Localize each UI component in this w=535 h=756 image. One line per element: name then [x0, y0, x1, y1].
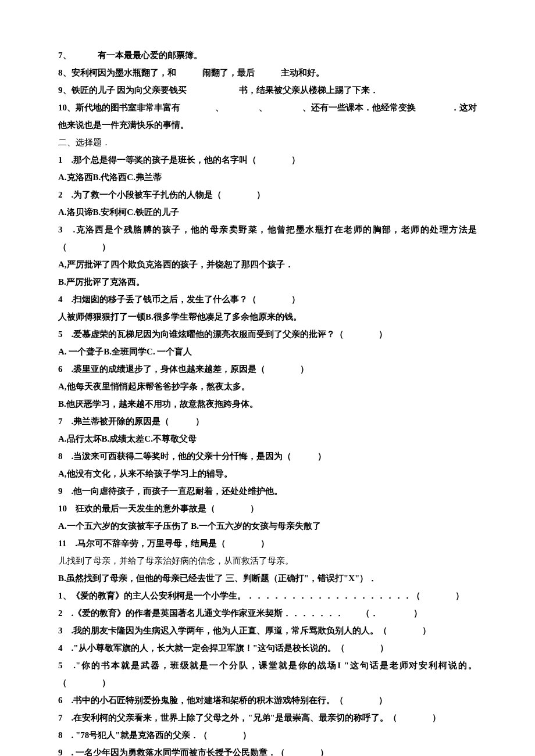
- mc-q5-opts: A. 一个聋子B.全班同学C. 一个盲人: [58, 343, 477, 360]
- mc-q1: 1 .那个总是得一等奖的孩子是班长，他的名字叫（ ）: [58, 151, 477, 169]
- mc-q3-optB: B.严厉批评了克洛西。: [58, 273, 477, 291]
- judge-q6: 6 .书中的小石匠特别爱扮鬼脸，他对建塔和架桥的积木游戏特别在行。（ ）: [58, 691, 477, 709]
- mc-q9: 9 .他一向虐待孩子，而孩子一直忍耐着，还处处维护他。: [58, 482, 477, 500]
- fill-q9: 9、铁匠的儿子 因为向父亲要钱买 书，结果被父亲从楼梯上踢了下来．: [58, 81, 477, 99]
- fill-q8: 8、安利柯因为墨水瓶翻了，和 闹翻了，最后 主动和好。: [58, 64, 477, 81]
- mc-q10-opts: A.一个五六岁的女孩被车子压伤了 B.一个五六岁的女孩与母亲失散了: [58, 517, 477, 535]
- mc-q6-optB: B.他厌恶学习，越来越不用功，故意熬夜拖跨身体。: [58, 395, 477, 413]
- judge-q8: 8 . "78号犯人"就是克洛西的父亲．（ ）: [58, 726, 477, 744]
- judge-q1: 1、《爱的教育》的主人公安利柯是一个小学生。．．．．．．．．．．．．．．．．．．…: [58, 587, 477, 604]
- mc-q7-opts: A.品行太坏B.成绩太差C.不尊敬父母: [58, 430, 477, 447]
- mc-q5: 5 .爱慕虚荣的瓦梯尼因为向谁炫曜他的漂亮衣服而受到了父亲的批评？（ ）: [58, 325, 477, 343]
- mc-q6: 6 .裘里亚的成绩退步了，身体也越来越差，原因是（ ）: [58, 360, 477, 378]
- mc-q7: 7 .弗兰蒂被开除的原因是（ ）: [58, 413, 477, 430]
- mc-q8-optA: A,他没有文化，从来不给孩子学习上的辅导。: [58, 465, 477, 482]
- mc-q8: 8 .当泼来可西获得二等奖时，他的父亲十分忏悔，是因为（ ）: [58, 447, 477, 465]
- fill-q7: 7、 有一本最最心爱的邮票簿。: [58, 46, 477, 64]
- mc-q11: 11 .马尔可不辞辛劳，万里寻母，结局是（ ）: [58, 535, 477, 552]
- judge-q3: 3 .我的朋友卡隆因为生病迟入学两年，他为人正直、厚道，常斥骂欺负别人的人。（ …: [58, 622, 477, 639]
- mc-q6-optA: A,他每天夜里悄悄起床帮爸爸抄字条，熬夜太多。: [58, 378, 477, 395]
- judge-q7: 7 .在安利柯的父亲看来，世界上除了父母之外，"兄弟"是最崇高、最亲切的称呼了。…: [58, 709, 477, 726]
- mc-q3-optA: A,严厉批评了四个欺负克洛西的孩子，并饶恕了那四个孩子．: [58, 256, 477, 273]
- mc-q11-optB-section3: B.虽然找到了母亲，但他的母亲已经去世了 三、判断题（正确打"，错误打"X"）．: [58, 569, 477, 587]
- mc-q1-opts: A.克洛西B.代洛西C.弗兰蒂: [58, 169, 477, 186]
- mc-q2: 2 .为了救一个小段被车子扎伤的人物是（ ）: [58, 186, 477, 203]
- mc-q10: 10 狂欢的最后一天发生的意外事故是（ ）: [58, 500, 477, 517]
- mc-q4-opts: 人被师傅狠狠打了一顿B.很多学生帮他凑足了多余他原来的钱。: [58, 308, 477, 325]
- mc-q3: 3 .克洛西是个残胳膊的孩子，他的母亲卖野菜，他曾把墨水瓶打在老师的胸部，老师的…: [58, 221, 477, 256]
- section2-title: 二、选择题．: [58, 134, 477, 151]
- judge-q9: 9 . 一名少年因为勇救落水同学而被市长授予公民勋章．（ ）: [58, 744, 477, 756]
- judge-q4: 4 ."从小尊敬军旗的人，长大就一定会捍卫军旗！"这句话是校长说的。（ ）: [58, 639, 477, 657]
- mc-q11-optA: 儿找到了母亲，并给了母亲治好病的信念，从而救活了母亲。: [58, 552, 477, 569]
- fill-q10: 10、斯代地的图书室非常丰富有 、 、 、还有一些课本．他经常变换 ．这对他来说…: [58, 99, 477, 134]
- document-page: 7、 有一本最最心爱的邮票簿。 8、安利柯因为墨水瓶翻了，和 闹翻了，最后 主动…: [0, 0, 535, 756]
- mc-q4: 4 .扫烟囱的移子丢了钱币之后，发生了什么事？（ ）: [58, 291, 477, 308]
- mc-q2-opts: A.洛贝谛B.安利柯C.铁匠的儿子: [58, 203, 477, 221]
- judge-q5: 5 ."你的书本就是武器，班级就是一个分队，课堂就是你的战场I "这句话是老师对…: [58, 657, 477, 691]
- judge-q2: 2 .《爱的教育》的作者是英国著名儿通文学作家亚米契斯．．．．．．． （． ）: [58, 604, 477, 622]
